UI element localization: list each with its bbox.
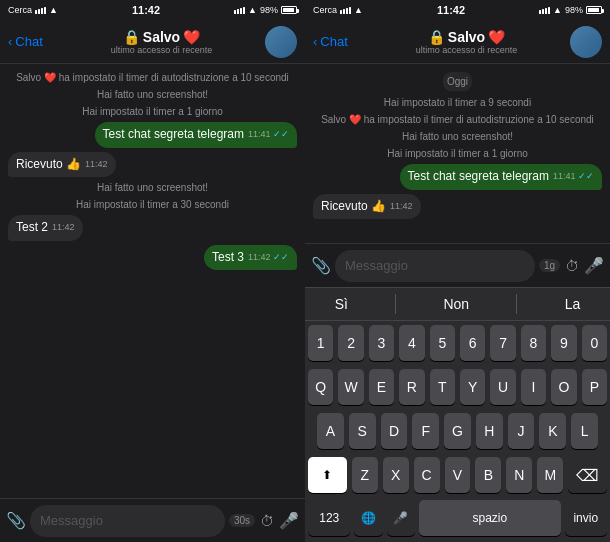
kb-p[interactable]: P bbox=[582, 369, 607, 405]
battery-pct-right: 98% bbox=[565, 5, 583, 15]
kb-8[interactable]: 8 bbox=[521, 325, 546, 361]
kb-globe[interactable]: 🌐 bbox=[354, 500, 382, 536]
kb-j[interactable]: J bbox=[508, 413, 535, 449]
timer-badge-right: 1g bbox=[539, 259, 560, 272]
kb-5[interactable]: 5 bbox=[430, 325, 455, 361]
attach-icon-left[interactable]: 📎 bbox=[6, 511, 26, 530]
sys-msg-5: Hai impostato il timer a 30 secondi bbox=[8, 197, 297, 212]
msg-text-rin1: Ricevuto 👍 bbox=[321, 199, 386, 213]
sys-msg-2: Hai fatto uno screenshot! bbox=[8, 87, 297, 102]
message-input-left[interactable]: Messaggio bbox=[30, 505, 225, 537]
msg-row-in2: Test 2 11:42 bbox=[8, 215, 297, 241]
wifi-icon-left: ▲ bbox=[49, 5, 58, 15]
input-right-left: 30s ⏱ 🎤 bbox=[229, 511, 299, 530]
bubble-in2: Test 2 11:42 bbox=[8, 215, 83, 241]
kb-7[interactable]: 7 bbox=[490, 325, 515, 361]
autocomplete-la[interactable]: La bbox=[553, 292, 593, 316]
kb-v[interactable]: V bbox=[445, 457, 471, 493]
kb-u[interactable]: U bbox=[490, 369, 515, 405]
msg-text-in2: Test 2 bbox=[16, 220, 48, 234]
keyboard: 1 2 3 4 5 6 7 8 9 0 Q W E R T Y U I O P … bbox=[305, 321, 610, 542]
heart-icon-left: ❤️ bbox=[183, 29, 200, 45]
mic-icon-right[interactable]: 🎤 bbox=[584, 256, 604, 275]
kb-4[interactable]: 4 bbox=[399, 325, 424, 361]
battery-icon-left bbox=[281, 6, 297, 14]
kb-h[interactable]: H bbox=[476, 413, 503, 449]
kb-f[interactable]: F bbox=[412, 413, 439, 449]
msg-text-in1: Ricevuto 👍 bbox=[16, 157, 81, 171]
cellular-bars-right bbox=[539, 7, 550, 14]
kb-x[interactable]: X bbox=[383, 457, 409, 493]
kb-0[interactable]: 0 bbox=[582, 325, 607, 361]
kb-row-asdf: A S D F G H J K L bbox=[305, 409, 610, 453]
kb-space[interactable]: spazio bbox=[419, 500, 561, 536]
sys-msg-r3: Hai fatto uno screenshot! bbox=[313, 129, 602, 144]
signal-text-right: Cerca bbox=[313, 5, 337, 15]
kb-row-zxcv: ⬆ Z X C V B N M ⌫ bbox=[305, 453, 610, 497]
panel-left: Cerca ▲ 11:42 ▲ 98% bbox=[0, 0, 305, 542]
kb-c[interactable]: C bbox=[414, 457, 440, 493]
attach-icon-right[interactable]: 📎 bbox=[311, 256, 331, 275]
kb-q[interactable]: Q bbox=[308, 369, 333, 405]
kb-n[interactable]: N bbox=[506, 457, 532, 493]
wifi-icon2-right: ▲ bbox=[553, 5, 562, 15]
bubble-rin1: Ricevuto 👍 11:42 bbox=[313, 194, 421, 220]
kb-backspace[interactable]: ⌫ bbox=[568, 457, 607, 493]
kb-o[interactable]: O bbox=[551, 369, 576, 405]
kb-send[interactable]: invio bbox=[565, 500, 607, 536]
kb-9[interactable]: 9 bbox=[551, 325, 576, 361]
kb-123[interactable]: 123 bbox=[308, 500, 350, 536]
bubble-time-out2: 11:42 ✓✓ bbox=[248, 252, 289, 264]
avatar-left[interactable] bbox=[265, 26, 297, 58]
kb-e[interactable]: E bbox=[369, 369, 394, 405]
wifi-icon2-left: ▲ bbox=[248, 5, 257, 15]
contact-name-left: Salvo bbox=[143, 29, 180, 45]
msg-row-in1: Ricevuto 👍 11:42 bbox=[8, 152, 297, 178]
kb-t[interactable]: T bbox=[430, 369, 455, 405]
cellular-bars-left bbox=[234, 7, 245, 14]
autocomplete-si[interactable]: Sì bbox=[323, 292, 360, 316]
time-right: 11:42 bbox=[437, 4, 465, 16]
today-label: Oggi bbox=[443, 72, 472, 91]
kb-d[interactable]: D bbox=[381, 413, 408, 449]
kb-mic[interactable]: 🎤 bbox=[387, 500, 415, 536]
input-right-right: 1g ⏱ 🎤 bbox=[539, 256, 604, 275]
mic-icon-left[interactable]: 🎤 bbox=[279, 511, 299, 530]
message-input-right[interactable]: Messaggio bbox=[335, 250, 535, 282]
autocomplete-non[interactable]: Non bbox=[431, 292, 481, 316]
status-bar-left: Cerca ▲ 11:42 ▲ 98% bbox=[0, 0, 305, 20]
kb-2[interactable]: 2 bbox=[338, 325, 363, 361]
kb-3[interactable]: 3 bbox=[369, 325, 394, 361]
msg-row-rin1: Ricevuto 👍 11:42 bbox=[313, 194, 602, 220]
chevron-left-icon: ‹ bbox=[8, 34, 12, 49]
kb-r[interactable]: R bbox=[399, 369, 424, 405]
kb-row-qwerty: Q W E R T Y U I O P bbox=[305, 365, 610, 409]
status-bar-right: Cerca ▲ 11:42 ▲ 98% bbox=[305, 0, 610, 20]
back-button-left[interactable]: ‹ Chat bbox=[8, 34, 58, 49]
signal-bars-right bbox=[340, 7, 351, 14]
kb-b[interactable]: B bbox=[475, 457, 501, 493]
kb-l[interactable]: L bbox=[571, 413, 598, 449]
msg-row-out2: Test 3 11:42 ✓✓ bbox=[8, 245, 297, 271]
kb-k[interactable]: K bbox=[539, 413, 566, 449]
last-seen-right: ultimo accesso di recente bbox=[416, 45, 518, 55]
kb-6[interactable]: 6 bbox=[460, 325, 485, 361]
kb-z[interactable]: Z bbox=[352, 457, 378, 493]
kb-1[interactable]: 1 bbox=[308, 325, 333, 361]
kb-s[interactable]: S bbox=[349, 413, 376, 449]
input-placeholder-right: Messaggio bbox=[345, 258, 408, 273]
sys-msg-r1: Hai impostato il timer a 9 secondi bbox=[313, 95, 602, 110]
avatar-right[interactable] bbox=[570, 26, 602, 58]
lock-icon-left: 🔒 bbox=[123, 29, 140, 45]
kb-w[interactable]: W bbox=[338, 369, 363, 405]
kb-i[interactable]: I bbox=[521, 369, 546, 405]
kb-y[interactable]: Y bbox=[460, 369, 485, 405]
kb-a[interactable]: A bbox=[317, 413, 344, 449]
back-button-right[interactable]: ‹ Chat bbox=[313, 34, 363, 49]
kb-m[interactable]: M bbox=[537, 457, 563, 493]
nav-center-left: 🔒 Salvo ❤️ ultimo accesso di recente bbox=[58, 29, 265, 55]
clock-icon-left: ⏱ bbox=[260, 513, 274, 529]
msg-row-out1: Test chat segreta telegram 11:41 ✓✓ bbox=[8, 122, 297, 148]
kb-shift[interactable]: ⬆ bbox=[308, 457, 347, 493]
kb-g[interactable]: G bbox=[444, 413, 471, 449]
